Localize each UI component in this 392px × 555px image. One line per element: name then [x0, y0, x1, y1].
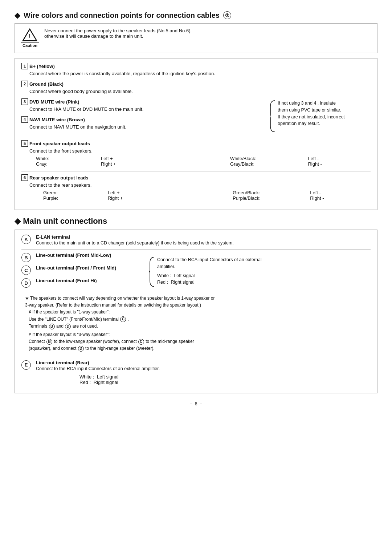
item4-row: 4 NAVI MUTE wire (Brown) Connect to NAVI… [21, 116, 262, 130]
caution-icon: ! Caution [21, 28, 39, 48]
wire-connection-box: 1 B+ (Yellow) Connect where the power is… [15, 58, 377, 210]
item5-title: 5 Front speaker output leads [21, 140, 371, 147]
diamond-icon2: ◆ [15, 216, 21, 226]
wire6-polarity-1: Left + [108, 190, 170, 195]
diamond-icon: ◆ [15, 11, 20, 20]
item3-desc: Connect to H/A MUTE or DVD MUTE on the m… [29, 106, 262, 112]
items34-left: 3 DVD MUTE wire (Pink) Connect to H/A MU… [21, 98, 262, 134]
terminal-e-row: E Line-out terminal (Rear) Connect to th… [21, 360, 371, 385]
terminal-d-letter: D [21, 278, 31, 288]
inline-d-icon2: D [78, 346, 84, 352]
terminal-e-white: White : Left signal [79, 374, 371, 380]
items34-layout: 3 DVD MUTE wire (Pink) Connect to H/A MU… [21, 98, 371, 134]
wire6-polarity-2: Right + [108, 195, 170, 201]
terminal-c-content: Line-out terminal (Front / Front Mid) [36, 265, 145, 271]
lineout-group-bcd: B Line-out terminal (Front Mid-Low) C Li… [21, 252, 371, 291]
yen-note1: ¥ If the speaker layout is "1-way speake… [29, 309, 371, 330]
inline-c-icon: C [120, 316, 126, 322]
wire-polarity-1: Left + [101, 156, 165, 161]
brace-container: If not using 3 and 4 , insulate them usi… [269, 100, 345, 133]
warning-triangle-icon: ! [22, 28, 38, 42]
inline-d-icon1: D [65, 324, 71, 329]
item4-title: 4 NAVI MUTE wire (Brown) [21, 116, 262, 123]
lineout-side-note: Connect to the RCA input Connectors of a… [148, 252, 371, 291]
terminal-e-label: Line-out terminal (Rear) [36, 360, 371, 365]
wire-spacer-1 [168, 156, 179, 161]
terminal-e-red: Red : Right signal [79, 380, 371, 385]
yen-note1-line3: Terminals B and D are not used. [29, 323, 371, 330]
svg-text:!: ! [29, 33, 31, 39]
terminal-b-letter: B [21, 253, 31, 262]
terminal-e-signals: White : Left signal Red : Right signal [79, 374, 371, 385]
yen-note2-line3: (squawker), and connect D to the high-ra… [29, 345, 371, 352]
yen-note2-line2: Connect B to the low-range speaker (woof… [29, 338, 371, 345]
item2-title: 2 Ground (Black) [21, 81, 371, 87]
item6-desc: Connect to the rear speakers. [29, 182, 371, 188]
wire6-polarity2-2: Right - [310, 195, 371, 201]
item2-number: 2 [21, 81, 28, 87]
wire-color2-2: Gray/Black: [230, 161, 305, 167]
item1-number: 1 [21, 63, 28, 69]
item3-row: 3 DVD MUTE wire (Pink) Connect to H/A MU… [21, 98, 262, 112]
item6-number: 6 [21, 174, 28, 181]
item6-row: 6 Rear speaker output leads Connect to t… [21, 174, 371, 201]
brace-icon [269, 100, 275, 133]
terminal-a-desc: Connect to the main unit or to a CD chan… [36, 240, 371, 246]
wire-polarity-2: Right + [101, 161, 165, 167]
item3-title: 3 DVD MUTE wire (Pink) [21, 98, 262, 105]
lineout-items-bcd: B Line-out terminal (Front Mid-Low) C Li… [21, 252, 145, 291]
terminal-b-row: B Line-out terminal (Front Mid-Low) [21, 252, 145, 262]
terminal-a-letter: A [21, 235, 31, 244]
terminal-c-letter: C [21, 266, 31, 275]
caution-text: Never connect the power supply to the sp… [44, 28, 192, 39]
terminal-e-desc: Connect to the RCA input Connectors of a… [36, 366, 371, 371]
yen-note1-line2: Use the "LINE OUT" (Front/Front/Mid) ter… [29, 316, 371, 323]
wire6-color-1: Green: [43, 190, 105, 195]
lineout-brace-container: Connect to the RCA input Connectors of a… [148, 256, 262, 287]
lineout-brace-text: Connect to the RCA input Connectors of a… [157, 256, 262, 287]
wire-polarity2-1: Left - [308, 156, 371, 161]
section2: ◆ Main unit connections A E-LAN terminal… [15, 216, 377, 393]
item5-wire-table: White: Left + White/Black: Left - Gray: … [36, 156, 371, 167]
signal-red-row: Red : Right signal [157, 279, 262, 286]
wire-color-1: White: [36, 156, 98, 161]
wire-color2-1: White/Black: [230, 156, 305, 161]
terminal-a-label: E-LAN terminal [36, 234, 371, 240]
item2-desc: Connect where good body grounding is ava… [29, 89, 371, 94]
wire6-polarity2-1: Left - [310, 190, 371, 195]
terminal-c-label: Line-out terminal (Front / Front Mid) [36, 265, 145, 271]
section-number: ② [223, 11, 231, 19]
item5-number: 5 [21, 140, 28, 147]
wire6-color2-1: Green/Black: [233, 190, 307, 195]
item6-wire-table: Green: Left + Green/Black: Left - Purple… [43, 190, 371, 201]
terminal-b-label: Line-out terminal (Front Mid-Low) [36, 252, 145, 258]
terminal-d-content: Line-out terminal (Front Hi) [36, 278, 145, 283]
terminal-e-content: Line-out terminal (Rear) Connect to the … [36, 360, 371, 385]
items34-sidenote: If not using 3 and 4 , insulate them usi… [269, 98, 371, 134]
wire6-spacer-2 [172, 195, 183, 201]
section1: ◆ Wire colors and connection points for … [15, 11, 377, 210]
item3-number: 3 [21, 98, 28, 105]
lineout-brace-icon [148, 256, 155, 287]
yen-note2: ¥ If the speaker layout is "3-way speake… [29, 331, 371, 352]
item5-desc: Connect to the front speakers. [29, 148, 371, 154]
inline-c-icon2: C [138, 339, 144, 345]
caution-label: Caution [21, 42, 39, 48]
terminal-d-label: Line-out terminal (Front Hi) [36, 278, 145, 283]
item6-title: 6 Rear speaker output leads [21, 174, 371, 181]
star-note: ★ The speakers to connect will vary depe… [25, 295, 371, 309]
terminal-c-row: C Line-out terminal (Front / Front Mid) [21, 265, 145, 275]
page-number: － 6 － [15, 401, 377, 407]
wire6-color2-2: Purple/Black: [233, 195, 307, 201]
item4-desc: Connect to NAVI MUTE on the navigation u… [29, 124, 262, 130]
item1-desc: Connect where the power is constantly av… [29, 71, 371, 76]
item2-row: 2 Ground (Black) Connect where good body… [21, 81, 371, 94]
terminal-a-row: A E-LAN terminal Connect to the main uni… [21, 234, 371, 246]
terminal-a-content: E-LAN terminal Connect to the main unit … [36, 234, 371, 246]
terminal-e-letter: E [21, 360, 31, 370]
item1-title: 1 B+ (Yellow) [21, 63, 371, 69]
terminal-d-row: D Line-out terminal (Front Hi) [21, 278, 145, 288]
section1-title: ◆ Wire colors and connection points for … [15, 11, 377, 20]
item4-number: 4 [21, 116, 28, 123]
wire6-color-2: Purple: [43, 195, 105, 201]
